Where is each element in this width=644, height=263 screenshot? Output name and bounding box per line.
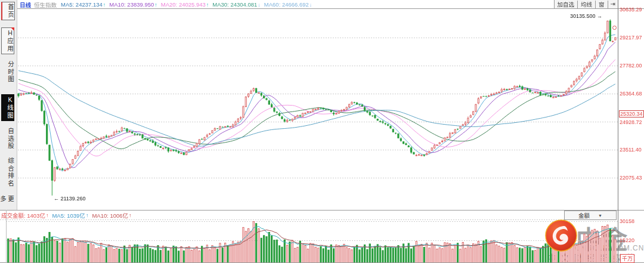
price-axis-label: 23511.40 [620,147,642,153]
trend-arrow-icon: ↑ [154,2,157,8]
trend-arrow-icon: ↓ [258,2,261,8]
chart-info-bar: 日线 恒生指数 MA5: 24237.134↑MA10: 23839.950↑M… [20,1,315,8]
low-price-annotation: ← 21139.260 [54,196,85,202]
cngold-logo-icon [545,219,577,252]
volume-unit-label: 千万 [620,254,634,263]
ma-value-ma60: MA60: 24666.692 [264,1,309,8]
trend-arrow-icon: ↑ [86,212,89,218]
price-axis-label: 25320.34 [619,110,644,117]
ma-value-ma5: MA5: 24237.134 [61,1,103,8]
header-buttons: 加自选均线窗⇥ [554,0,618,8]
window-button[interactable]: 窗 [596,1,608,8]
collapse-panel-icon[interactable]: ⇥ [608,1,618,8]
period-label[interactable]: 日线 [20,1,31,9]
sidebar-item-H应用[interactable]: H应用 [1,27,14,54]
sidebar-item-label: K线图 [2,96,14,119]
vol-vma5: MA5: 1039亿 [52,211,85,219]
ma-value-ma20: MA20: 24025.943 [161,1,206,8]
add-watchlist-button[interactable]: 加自选 [555,1,578,8]
trend-arrow-icon: ↓ [309,2,312,8]
volume-info-bar: 成交金额: 1403亿↑MA5: 1039亿↑MA10: 1006亿↑ [1,211,135,219]
sidebar-item-label: 分时图 [1,61,14,83]
vol-vma10: MA10: 1006亿 [92,211,128,219]
sidebar-item-更多[interactable]: 更多 [1,194,14,210]
trend-arrow-icon: ↑ [46,212,49,218]
volume-axis-label: 30158 [620,218,634,224]
price-axis-label: 22075.43 [620,175,642,181]
app-window: 中金网 CNGOLD.COM.CN 中文财经新媒体 首页H应用分时图K线图自选股… [0,0,644,263]
sidebar-item-label: 自选股 [1,128,14,150]
symbol-name: 恒生指数 [34,1,57,9]
new-badge-icon [11,27,14,31]
last-price-marker [612,26,617,30]
trend-arrow-icon: ↑ [103,2,106,8]
vol-turnover: 成交金额: 1403亿 [1,211,45,219]
chevron-down-icon: ▼ [598,214,602,218]
volume-axis-label: 15220 [620,237,634,243]
trend-arrow-icon: ↑ [206,2,209,8]
sidebar-item-首页[interactable]: 首页 [1,2,15,20]
price-axis-label: 24928.72 [620,119,642,125]
price-axis-label: 29217.97 [620,35,642,41]
ma-value-ma30: MA30: 24304.081 [212,1,257,8]
sidebar-item-label: 首页 [2,4,14,18]
sidebar-item-综合排名[interactable]: 综合排名 [1,156,14,188]
sidebar-item-label: 综合排名 [1,157,14,187]
price-axis-label: 26364.68 [620,91,642,97]
high-price-annotation: 30135.500 → [570,13,602,19]
ma-values: MA5: 24237.134↑MA10: 23839.950↑MA20: 240… [61,1,315,8]
sidebar: 首页H应用分时图K线图自选股综合排名更多 [0,0,17,210]
amount-dropdown[interactable]: 金额 ▼ [564,211,617,220]
arrow-left-icon: ← [54,196,59,202]
arrow-right-icon: → [597,13,602,19]
sidebar-item-label: 更多 [1,196,14,209]
trend-arrow-icon: ↑ [129,212,132,218]
sidebar-item-分时图[interactable]: 分时图 [1,60,14,85]
sidebar-item-K线图[interactable]: K线图 [1,94,14,121]
price-axis-label: 27782.00 [620,63,642,69]
ma-value-ma10: MA10: 23839.950 [109,1,154,8]
ma-toggle-button[interactable]: 均线 [578,1,596,8]
sidebar-item-自选股[interactable]: 自选股 [1,126,14,151]
sidebar-item-label: H应用 [2,29,14,52]
price-axis-label: 30635.29 [620,7,642,13]
